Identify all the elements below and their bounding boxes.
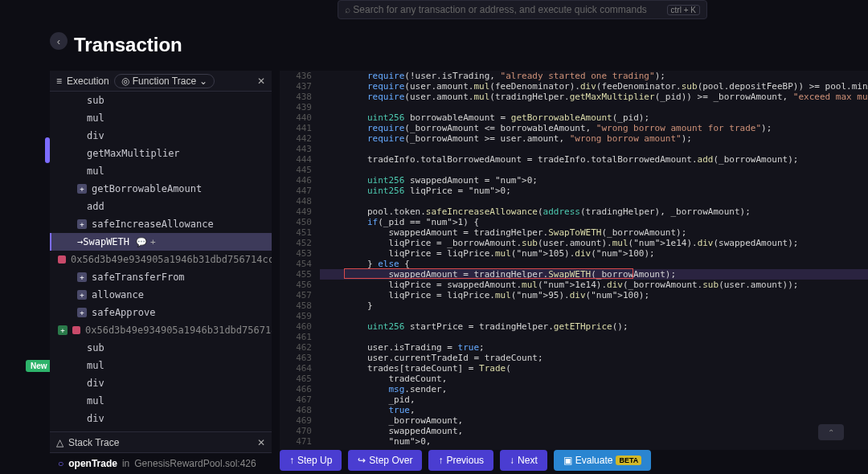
tree-row[interactable]: sub (50, 92, 272, 109)
tree-row[interactable]: sub (50, 339, 272, 357)
arrow-up-icon: ↑ (438, 455, 443, 466)
stack-frame[interactable]: ○ openTrade in GenesisRewardPool.sol:426 (50, 453, 272, 474)
code-line[interactable]: swappedAmount, (320, 426, 868, 436)
tree-row[interactable]: mul (50, 109, 272, 127)
new-badge: New (26, 360, 52, 372)
contract-icon (72, 326, 80, 334)
function-trace-tree[interactable]: submuldivgetMaxMultipliermul+getBorrowab… (50, 92, 272, 431)
line-number: 460 (280, 321, 312, 332)
code-line[interactable]: true, (320, 405, 868, 415)
tree-row[interactable]: +safeIncreaseAllowance (50, 215, 272, 233)
code-line[interactable]: tradeInfo.totalBorrowedAmount = tradeInf… (320, 154, 868, 165)
tree-row[interactable]: +0x56d3b49e934905a1946b31dbd756714cc (50, 321, 272, 339)
tree-row[interactable]: mul (50, 392, 272, 410)
code-line[interactable]: liqPrice = liqPrice.mul("num">105).div("… (320, 248, 868, 259)
tree-row-label: 0x56d3b49e934905a1946b31dbd756714cc (85, 325, 272, 336)
code-line[interactable] (320, 196, 868, 206)
code-line[interactable] (320, 102, 868, 112)
line-gutter: 4364374384394404414424434444454464474484… (280, 71, 320, 450)
code-line[interactable]: user.isTrading = true; (320, 342, 868, 353)
code-line[interactable]: msg.sender, (320, 384, 868, 394)
code-line[interactable]: swappedAmount = tradingHelper.SwapToWETH… (320, 227, 868, 238)
tree-row[interactable]: div (50, 374, 272, 392)
expand-icon[interactable]: + (77, 272, 87, 282)
evaluate-button[interactable]: ▣ Evaluate BETA (554, 450, 652, 471)
code-line[interactable]: if(_pid == "num">1) { (320, 217, 868, 227)
step-up-button[interactable]: ↑ Step Up (280, 450, 342, 471)
tree-row[interactable]: add (50, 198, 272, 215)
code-line[interactable]: uint256 borrowableAmount = getBorrowable… (320, 112, 868, 123)
expand-icon[interactable]: + (77, 219, 87, 229)
code-line[interactable]: liqPrice = _borrowAmount.sub(user.amount… (320, 238, 868, 248)
expand-icon[interactable]: + (77, 290, 87, 300)
code-line[interactable]: trades[tradeCount] = Trade( (320, 363, 868, 374)
code-line[interactable]: tradeCount, (320, 374, 868, 384)
stack-frame-in: in (122, 458, 129, 469)
expand-icon[interactable]: + (58, 325, 68, 335)
beta-badge: BETA (616, 456, 641, 465)
next-button[interactable]: ↓ Next (500, 450, 547, 471)
tree-row[interactable]: getMaxMultiplier (50, 145, 272, 162)
code-line[interactable]: uint256 startPrice = tradingHelper.getET… (320, 321, 868, 332)
code-line[interactable]: uint256 swappedAmount = "num">0; (320, 175, 868, 186)
tree-row[interactable]: div (50, 127, 272, 145)
code-line[interactable] (320, 144, 868, 154)
scroll-top-button[interactable]: ⌃ (818, 424, 844, 440)
search-icon: ⌕ (345, 4, 350, 15)
tree-row[interactable]: 0x56d3b49e934905a1946b31dbd756714cc (50, 251, 272, 268)
code-line[interactable]: } (320, 300, 868, 311)
tree-row[interactable]: +safeTransferFrom (50, 268, 272, 286)
code-body[interactable]: require(!user.isTrading, "already starte… (320, 71, 868, 450)
tree-row-label: safeApprove (92, 307, 155, 318)
tree-row[interactable]: mul (50, 357, 272, 374)
hamburger-icon[interactable]: ≡ (56, 76, 62, 87)
tree-row-label: allowance (92, 289, 144, 300)
global-search[interactable]: ⌕ Search for any transaction or address,… (338, 0, 707, 19)
expand-icon[interactable]: + (77, 308, 87, 317)
previous-button[interactable]: ↑ Previous (428, 450, 493, 471)
tree-row[interactable]: div (50, 410, 272, 427)
tree-row[interactable]: mul (50, 162, 272, 180)
tree-row-active[interactable]: → SwapWETH💬 + (50, 233, 272, 251)
tree-row[interactable]: +allowance (50, 286, 272, 304)
arrow-down-icon: ↓ (510, 455, 514, 466)
code-line-current[interactable]: swappedAmount = tradingHelper.SwapWETH(_… (320, 269, 868, 280)
code-line[interactable] (320, 332, 868, 342)
code-line[interactable]: pool.token.safeIncreaseAllowance(address… (320, 206, 868, 217)
line-number: 471 (280, 436, 312, 447)
code-line[interactable]: require(!user.isTrading, "already starte… (320, 71, 868, 81)
tree-row[interactable]: +getBorrowableAmount (50, 180, 272, 198)
code-line[interactable]: _pid, (320, 394, 868, 405)
step-over-button[interactable]: ↪ Step Over (348, 450, 422, 471)
code-line[interactable]: _borrowAmount, (320, 415, 868, 426)
plus-icon[interactable]: + (150, 237, 156, 247)
line-number: 457 (280, 290, 312, 300)
close-icon[interactable]: ✕ (257, 76, 265, 87)
line-number: 453 (280, 248, 312, 259)
code-line[interactable]: require(user.amount.mul(feeDenominator).… (320, 81, 868, 92)
code-line[interactable] (320, 311, 868, 321)
tree-row-label: sub (87, 342, 104, 353)
code-line[interactable]: } else { (320, 259, 868, 269)
code-line[interactable]: require(_borrowAmount <= borrowableAmoun… (320, 123, 868, 133)
code-line[interactable]: liqPrice = swappedAmount.mul("num">1e14)… (320, 280, 868, 290)
code-line[interactable]: "num">0, (320, 436, 868, 447)
line-number: 439 (280, 102, 312, 112)
line-number: 443 (280, 144, 312, 154)
expand-icon[interactable]: + (77, 184, 87, 194)
tree-row[interactable]: +safeApprove (50, 304, 272, 321)
code-line[interactable]: require(user.amount.mul(tradingHelper.ge… (320, 92, 868, 102)
back-button[interactable]: ‹ (50, 32, 68, 50)
chevron-left-icon: ‹ (57, 35, 60, 47)
stack-trace-title: Stack Trace (68, 437, 119, 448)
close-icon[interactable]: ✕ (257, 437, 265, 448)
code-line[interactable]: user.currentTradeId = tradeCount; (320, 353, 868, 363)
code-line[interactable]: require(_borrowAmount >= user.amount, "w… (320, 133, 868, 144)
code-line[interactable]: uint256 liqPrice = "num">0; (320, 186, 868, 196)
comment-icon[interactable]: 💬 (136, 237, 147, 247)
code-line[interactable]: liqPrice = liqPrice.mul("num">95).div("n… (320, 290, 868, 300)
tab-function-trace[interactable]: ◎ Function Trace ⌄ (114, 74, 215, 88)
tab-execution[interactable]: Execution (67, 76, 109, 87)
line-number: 469 (280, 415, 312, 426)
code-line[interactable] (320, 165, 868, 175)
